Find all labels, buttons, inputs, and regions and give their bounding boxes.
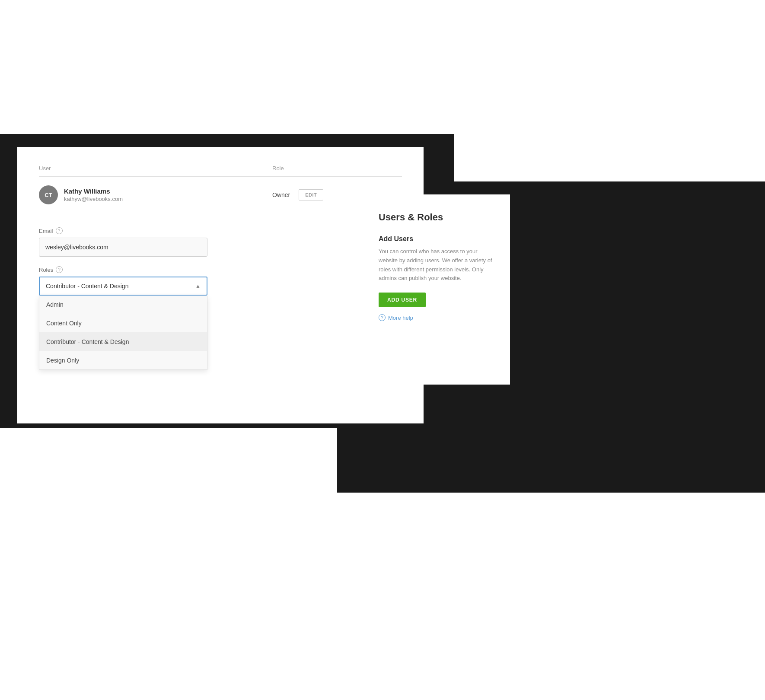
add-user-button[interactable]: ADD USER [379, 293, 426, 307]
edit-button[interactable]: EDIT [299, 189, 323, 200]
form-panel: User Role CT Kathy Williams kathyw@liveb… [17, 147, 424, 423]
user-name: Kathy Williams [64, 188, 272, 195]
dropdown-option-admin[interactable]: Admin [39, 296, 207, 314]
user-info: Kathy Williams kathyw@livebooks.com [64, 188, 272, 202]
dropdown-option-contributor-content-design[interactable]: Contributor - Content & Design [39, 333, 207, 351]
info-panel: Users & Roles Add Users You can control … [363, 194, 510, 385]
col-role-label: Role [272, 165, 284, 172]
table-header: User Role [39, 164, 402, 177]
email-label: Email ? [39, 227, 402, 234]
roles-label: Roles ? [39, 266, 402, 273]
roles-field-group: Roles ? Contributor - Content & Design ▲… [39, 266, 402, 296]
add-user-form: Email ? Roles ? Contributor - Content & … [39, 227, 402, 296]
col-role-header: Role [272, 164, 402, 172]
dropdown-option-design-only[interactable]: Design Only [39, 351, 207, 369]
email-input[interactable] [39, 238, 207, 257]
info-panel-subtitle: Add Users [379, 235, 494, 243]
roles-help-icon[interactable]: ? [56, 266, 63, 273]
info-panel-title: Users & Roles [379, 212, 494, 223]
email-help-icon[interactable]: ? [56, 227, 63, 234]
dropdown-list: Admin Content Only Contributor - Content… [39, 296, 207, 370]
more-help-link[interactable]: ? More help [379, 314, 494, 321]
email-field-group: Email ? [39, 227, 402, 257]
roles-dropdown[interactable]: Contributor - Content & Design ▲ Admin C… [39, 277, 207, 296]
user-email: kathyw@livebooks.com [64, 196, 272, 202]
dropdown-option-content-only[interactable]: Content Only [39, 314, 207, 333]
dropdown-selected[interactable]: Contributor - Content & Design ▲ [39, 277, 207, 296]
role-text: Owner [272, 191, 290, 198]
col-user-label: User [39, 165, 51, 172]
user-row: CT Kathy Williams kathyw@livebooks.com O… [39, 185, 402, 215]
more-help-label: More help [388, 315, 413, 321]
dropdown-selected-text: Contributor - Content & Design [46, 283, 128, 290]
chevron-up-icon: ▲ [195, 283, 201, 289]
info-panel-description: You can control who has access to your w… [379, 247, 494, 283]
more-help-icon: ? [379, 314, 386, 321]
avatar: CT [39, 185, 58, 204]
col-user-header: User [39, 164, 272, 172]
